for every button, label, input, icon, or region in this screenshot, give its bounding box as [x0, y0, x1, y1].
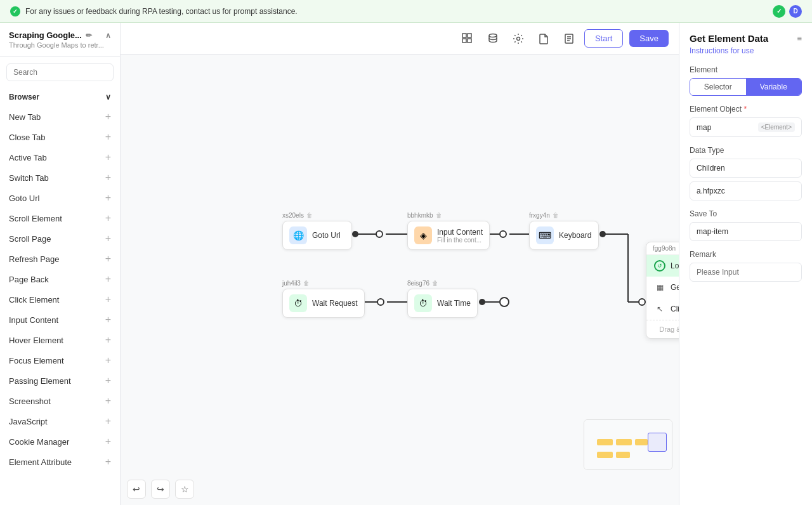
browser-category[interactable]: Browser ∨ — [0, 88, 120, 107]
sidebar-item-goto-url[interactable]: Goto Url + — [0, 188, 120, 208]
node-delete-8eisg76[interactable]: 🗑 — [432, 280, 438, 287]
sidebar-item-javascript[interactable]: JavaScript + — [0, 411, 120, 431]
svg-point-4 — [489, 34, 497, 37]
node-icon-wait-request: ⏱ — [289, 294, 307, 312]
sidebar-item-element-attribute[interactable]: Element Attribute + — [0, 452, 120, 472]
edit-icon[interactable]: ✏ — [86, 31, 92, 40]
sidebar-item-hover-element[interactable]: Hover Element + — [0, 330, 120, 350]
node-delete-juh4il3[interactable]: 🗑 — [303, 280, 310, 287]
sidebar-item-input-content[interactable]: Input Content + — [0, 310, 120, 330]
node-input-content[interactable]: bbhkmkb 🗑 ◈ Input Content Fill in the co… — [407, 212, 490, 250]
node-wait-request[interactable]: juh4il3 🗑 ⏱ Wait Request — [282, 280, 365, 318]
loop-item-get-element-data[interactable]: ▦ Get Element Data — [646, 277, 679, 298]
document-icon[interactable] — [560, 30, 578, 48]
add-icon[interactable]: + — [105, 314, 111, 325]
mini-node-3 — [635, 439, 648, 445]
loop-element-icon: ↺ — [654, 260, 665, 272]
sidebar-item-close-tab[interactable]: Close Tab + — [0, 127, 120, 147]
add-icon[interactable]: + — [105, 416, 111, 427]
redo-button[interactable]: ↪ — [151, 480, 170, 499]
collapse-icon[interactable]: ∧ — [105, 31, 111, 40]
add-icon[interactable]: + — [105, 395, 111, 407]
sidebar-item-passing-element[interactable]: Passing Element + — [0, 371, 120, 391]
element-label: Element — [690, 65, 802, 74]
add-icon[interactable]: + — [105, 375, 111, 386]
node-label-keyboard: Keyboard — [559, 231, 591, 240]
sidebar-item-active-tab[interactable]: Active Tab + — [0, 147, 120, 167]
node-delete-frxgy4n[interactable]: 🗑 — [553, 212, 559, 219]
add-icon[interactable]: + — [105, 213, 111, 224]
svg-point-27 — [377, 299, 384, 305]
sidebar-item-page-back[interactable]: Page Back + — [0, 269, 120, 289]
node-label-goto-url: Goto Url — [312, 231, 341, 240]
sidebar-item-scroll-element[interactable]: Scroll Element + — [0, 208, 120, 228]
sidebar-item-new-tab[interactable]: New Tab + — [0, 107, 120, 127]
undo-button[interactable]: ↩ — [127, 480, 146, 499]
loop-box-header: fgg9o8n 🗑 — [646, 242, 679, 255]
instructions-link[interactable]: Instructions for use — [690, 46, 802, 55]
sidebar-item-refresh-page[interactable]: Refresh Page + — [0, 249, 120, 269]
add-icon[interactable]: + — [105, 152, 111, 163]
search-input[interactable] — [6, 63, 114, 81]
notif-badge-green[interactable]: ✓ — [773, 5, 785, 18]
sidebar-item-cookie-manager[interactable]: Cookie Manager + — [0, 431, 120, 452]
save-button[interactable]: Save — [629, 30, 669, 47]
remark-label: Remark — [690, 250, 802, 259]
category-label: Browser — [9, 93, 39, 102]
mini-node-5 — [616, 452, 630, 458]
sidebar-item-switch-tab[interactable]: Switch Tab + — [0, 167, 120, 188]
sidebar-label: Active Tab — [9, 153, 47, 162]
node-goto-url[interactable]: xs20els 🗑 🌐 Goto Url — [282, 212, 352, 250]
svg-point-22 — [639, 299, 645, 305]
add-icon[interactable]: + — [105, 172, 111, 183]
node-label-input-content: Input Content Fill in the cont... — [437, 228, 483, 244]
notif-links: ✓ D — [773, 5, 802, 18]
loop-item-loop-element[interactable]: ↺ Loop Element — [646, 255, 679, 277]
add-icon[interactable]: + — [105, 253, 111, 265]
node-wait-time[interactable]: 8eisg76 🗑 ⏱ Wait Time — [407, 280, 478, 318]
database-icon[interactable] — [484, 30, 502, 48]
add-icon[interactable]: + — [105, 131, 111, 143]
notif-badge-discord[interactable]: D — [789, 5, 802, 18]
add-icon[interactable]: + — [105, 355, 111, 366]
data-type-sub-input[interactable] — [690, 181, 802, 200]
node-delete-bbhkmkb[interactable]: 🗑 — [436, 212, 442, 219]
settings-icon[interactable] — [509, 30, 527, 48]
element-object-input[interactable]: map <Element> — [690, 117, 802, 137]
add-icon[interactable]: + — [105, 456, 111, 468]
file-icon[interactable] — [535, 30, 553, 48]
notif-check-icon — [10, 6, 20, 16]
get-element-data-icon: ▦ — [654, 282, 665, 293]
node-delete-xs20els[interactable]: 🗑 — [306, 212, 313, 219]
sidebar-item-focus-element[interactable]: Focus Element + — [0, 350, 120, 371]
add-icon[interactable]: + — [105, 233, 111, 244]
sidebar-item-scroll-page[interactable]: Scroll Page + — [0, 228, 120, 249]
node-keyboard[interactable]: frxgy4n 🗑 ⌨ Keyboard — [529, 212, 599, 250]
add-icon[interactable]: + — [105, 294, 111, 305]
data-type-label: Data Type — [690, 146, 802, 155]
add-icon[interactable]: + — [105, 436, 111, 447]
sidebar-item-screenshot[interactable]: Screenshot + — [0, 391, 120, 411]
svg-rect-0 — [462, 34, 466, 37]
favorite-button[interactable]: ☆ — [175, 480, 194, 499]
toolbar: Start Save — [121, 23, 679, 55]
loop-item-click-element[interactable]: ↖ Click Element — [646, 298, 679, 320]
save-to-input[interactable] — [690, 222, 802, 241]
remark-input[interactable] — [690, 263, 802, 282]
node-id-juh4il3: juh4il3 — [282, 280, 301, 287]
add-icon[interactable]: + — [105, 334, 111, 346]
sidebar-label: Passing Element — [9, 376, 71, 386]
add-icon[interactable]: + — [105, 111, 111, 122]
add-icon[interactable]: + — [105, 273, 111, 285]
data-type-select[interactable]: Children — [690, 159, 802, 178]
selector-toggle-btn[interactable]: Selector — [690, 79, 746, 95]
sidebar-label: JavaScript — [9, 417, 48, 426]
mini-viewport — [648, 433, 667, 452]
sidebar-item-click-element[interactable]: Click Element + — [0, 289, 120, 310]
start-button[interactable]: Start — [584, 29, 623, 48]
add-icon[interactable]: + — [105, 192, 111, 204]
grid-icon[interactable] — [459, 30, 476, 48]
required-star: * — [743, 105, 747, 114]
panel-menu-icon[interactable]: ≡ — [797, 34, 802, 43]
variable-toggle-btn[interactable]: Variable — [746, 79, 802, 95]
